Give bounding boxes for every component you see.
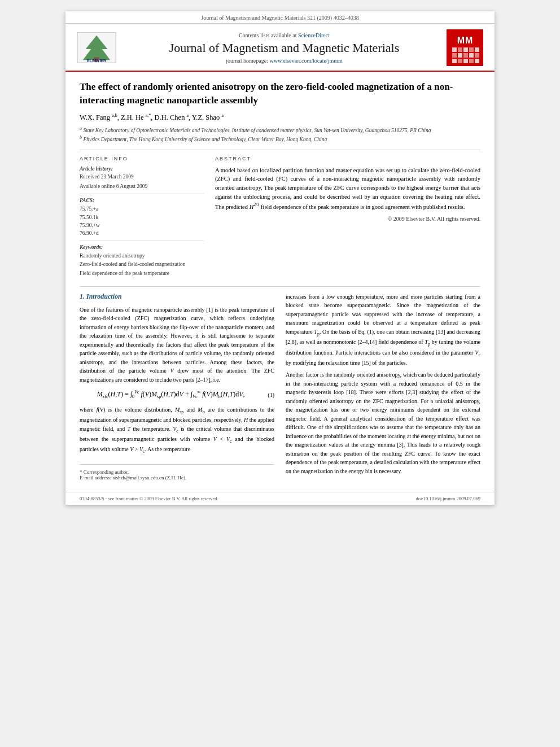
topbar-text: Journal of Magnetism and Magnetic Materi…: [201, 15, 358, 21]
article-info-col: ARTICLE INFO Article history: Received 2…: [80, 156, 204, 278]
keyword-1: Randomly oriented anisotropy: [80, 252, 204, 260]
received-value: Received 23 March 2009: [80, 173, 204, 181]
info-divider-1: [80, 194, 204, 194]
elsevier-logo-image: ELSEVIER: [77, 32, 116, 63]
svg-rect-18: [463, 59, 468, 63]
keyword-2: Zero-field-cooled and field-cooled magne…: [80, 260, 204, 269]
available-value: Available online 6 August 2009: [80, 183, 204, 190]
svg-rect-12: [458, 53, 462, 58]
copyright-line: © 2009 Elsevier B.V. All rights reserved…: [215, 216, 480, 222]
body-right-paragraph1: increases from a low enough temperature,…: [286, 292, 480, 476]
history-label: Article history:: [80, 166, 204, 172]
keywords-label: Keywords:: [80, 244, 204, 250]
pacs-3: 75.90.+w: [80, 221, 204, 229]
svg-text:ELSEVIER: ELSEVIER: [87, 59, 106, 63]
svg-rect-16: [452, 59, 457, 63]
bottom-bar: 0304-8853/$ - see front matter © 2009 El…: [65, 492, 495, 505]
pacs-4: 76.90.+d: [80, 229, 204, 237]
journal-homepage: journal homepage: www.elsevier.com/locat…: [133, 58, 435, 64]
equation-content: Mzfc(H,T) = ∫0Vc f(V)Msp(H,T)dV + ∫Vc∞ f…: [80, 390, 262, 399]
corresponding-author: * Corresponding author.: [80, 469, 274, 475]
body-left-col: 1. Introduction One of the features of m…: [80, 292, 274, 480]
pacs-1: 75.75.+a: [80, 205, 204, 213]
affiliations: a State Key Laboratory of Optoelectronic…: [80, 125, 480, 144]
body-paragraph2: where f(V) is the volume distribution, M…: [80, 405, 274, 456]
equation-block: Mzfc(H,T) = ∫0Vc f(V)Msp(H,T)dV + ∫Vc∞ f…: [80, 390, 274, 399]
equation-number: (1): [268, 392, 274, 398]
svg-rect-9: [469, 47, 474, 52]
divider-1: [80, 150, 480, 150]
svg-rect-8: [463, 47, 468, 52]
svg-rect-6: [452, 47, 457, 52]
journal-topbar: Journal of Magnetism and Magnetic Materi…: [65, 11, 495, 24]
info-divider-2: [80, 241, 204, 241]
pacs-label: PACS:: [80, 198, 204, 203]
abstract-text: A model based on localized partition fun…: [215, 166, 480, 211]
abstract-col: ABSTRACT A model based on localized part…: [215, 156, 480, 278]
svg-rect-11: [452, 53, 457, 58]
journal-logo-right: MM: [447, 29, 483, 66]
article-info-heading: ARTICLE INFO: [80, 156, 204, 161]
body-columns: 1. Introduction One of the features of m…: [80, 292, 480, 480]
email-address: E-mail address: stshzh@mail.sysu.edu.cn …: [80, 475, 274, 480]
footnotes: * Corresponding author. E-mail address: …: [80, 464, 274, 480]
svg-rect-13: [463, 53, 468, 58]
page: Journal of Magnetism and Magnetic Materi…: [65, 11, 495, 505]
pacs-2: 75.50.1k: [80, 213, 204, 221]
svg-text:MM: MM: [457, 36, 474, 45]
body-paragraph1: One of the features of magnetic nanopart…: [80, 305, 274, 385]
mm-logo-box: MM: [447, 29, 483, 66]
journal-title-block: Contents lists available at ScienceDirec…: [133, 32, 435, 64]
svg-rect-7: [458, 47, 462, 52]
homepage-link[interactable]: www.elsevier.com/locate/jmmm: [269, 58, 342, 64]
article-content: The effect of randomly oriented anisotro…: [65, 72, 495, 492]
journal-name: Journal of Magnetism and Magnetic Materi…: [133, 41, 435, 55]
abstract-heading: ABSTRACT: [215, 156, 480, 161]
keyword-3: Field dependence of the peak temperature: [80, 269, 204, 278]
svg-rect-14: [469, 53, 474, 58]
svg-rect-20: [475, 59, 479, 63]
body-content: 1. Introduction One of the features of m…: [80, 286, 480, 480]
elsevier-logo: ELSEVIER: [77, 32, 122, 63]
info-abstract-columns: ARTICLE INFO Article history: Received 2…: [80, 156, 480, 278]
svg-rect-17: [458, 59, 462, 63]
authors-line: W.X. Fang a,b, Z.H. He a,*, D.H. Chen a,…: [80, 113, 480, 122]
body-right-col: increases from a low enough temperature,…: [286, 292, 480, 480]
svg-rect-15: [475, 53, 479, 58]
doi-text: doi:10.1016/j.jmmm.2009.07.069: [415, 496, 480, 501]
contents-line: Contents lists available at ScienceDirec…: [133, 32, 435, 38]
journal-header: ELSEVIER Contents lists available at Sci…: [65, 24, 495, 72]
svg-rect-19: [469, 59, 474, 63]
issn-text: 0304-8853/$ - see front matter © 2009 El…: [80, 496, 218, 501]
svg-rect-10: [475, 47, 479, 52]
section1-title: 1. Introduction: [80, 292, 274, 301]
sciencedirect-link[interactable]: ScienceDirect: [298, 32, 330, 38]
article-title: The effect of randomly oriented anisotro…: [80, 80, 480, 107]
